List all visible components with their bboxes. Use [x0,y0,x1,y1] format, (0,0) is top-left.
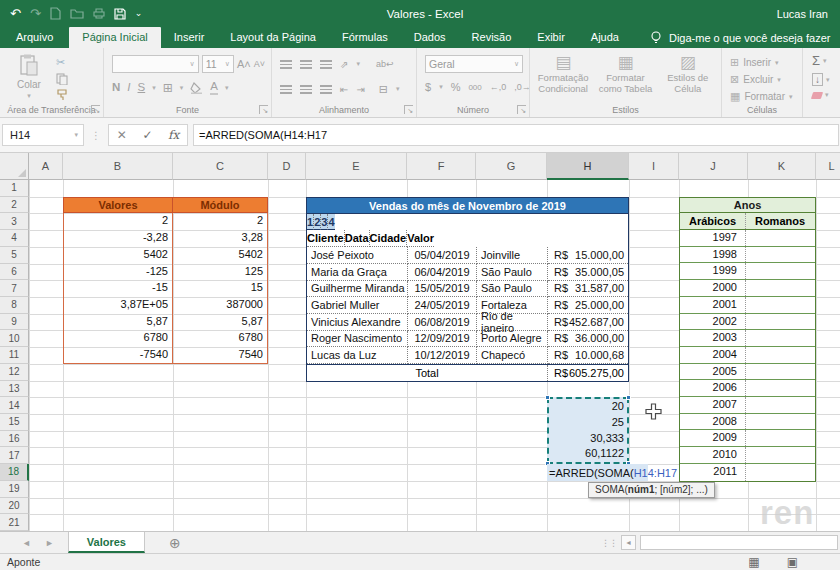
align-center-icon[interactable] [300,85,312,94]
modulo-cell[interactable]: 5402 [173,247,268,264]
insert-function-icon[interactable]: fx [168,128,179,142]
row-header-19[interactable]: 19 [0,481,29,498]
ano-romano-cell[interactable] [746,380,815,396]
modulo-cell[interactable]: 2 [173,213,268,230]
ribbon-tab[interactable]: Ajuda [578,27,632,48]
accounting-format-icon[interactable]: $ [425,81,431,93]
cliente-cell[interactable]: Gabriel Muller [307,297,408,314]
romanos-header-cell[interactable]: Romanos [746,213,814,229]
cidade-cell[interactable]: Porto Alegre [477,331,548,348]
valor-cell[interactable]: R$15.000,00 [548,247,628,264]
number-dialog-launcher-icon[interactable]: ↘ [517,105,526,114]
increase-indent-icon[interactable]: ⇥ [356,84,364,95]
row-header-2[interactable]: 2 [0,197,29,214]
cidade-cell[interactable]: Rio de janeiro [477,314,548,331]
row-header-17[interactable]: 17 [0,447,29,464]
redo-icon[interactable]: ↷ [30,7,41,20]
column-header-G[interactable]: G [476,153,547,180]
data-cell[interactable]: 06/08/2019 [408,314,477,331]
increase-decimal-icon[interactable]: ←,0 [490,82,507,92]
ano-arabico-cell[interactable]: 2010 [680,447,746,463]
vendas-number-cell[interactable]: 3 [321,214,328,231]
ribbon-tab[interactable]: Layout da Página [217,27,329,48]
cliente-cell[interactable]: Maria da Graça [307,264,408,281]
cidade-cell[interactable]: Chapecó [477,347,548,364]
data-cell[interactable]: 15/05/2019 [408,281,477,298]
formula-input[interactable]: =ARRED(SOMA(H14:H17 [193,124,839,146]
column-header-F[interactable]: F [407,153,476,180]
bold-button[interactable]: N [112,82,120,94]
arabicos-header-cell[interactable]: Arábicos [680,213,746,229]
vendas-title-cell[interactable]: Vendas do mês de Novembro de 2019 [307,198,628,214]
scroll-left-icon[interactable]: ◄ [621,535,636,550]
valores-header-cell[interactable]: Valores [63,197,173,214]
valores-cell[interactable]: -7540 [63,347,173,364]
modulo-header-cell[interactable]: Módulo [173,197,268,214]
modulo-cell[interactable]: 5,87 [173,314,268,331]
name-box[interactable]: H14 ▾ [2,124,84,146]
name-box-dropdown-icon[interactable]: ▾ [74,131,83,139]
selected-range-h14-h17[interactable]: 202530,33360,1122 [547,397,629,464]
align-left-icon[interactable] [280,85,292,94]
modulo-cell[interactable]: 125 [173,264,268,281]
column-header-I[interactable]: I [629,153,679,180]
valores-cell[interactable]: 2 [63,213,173,230]
cidade-cell[interactable]: Joinville [477,247,548,264]
data-cell[interactable]: 12/09/2019 [408,331,477,348]
selection-handle-icon[interactable] [626,395,631,400]
font-name-select[interactable]: ∨ [112,55,199,73]
row-header-10[interactable]: 10 [0,330,29,347]
total-label-cell[interactable]: Total [307,365,548,381]
formula-editing-cell-h18[interactable]: =ARRED(SOMA(H14:H17 [547,464,648,481]
delete-cells-button[interactable]: ⊠ Excluir▾ [730,71,802,88]
column-header-L[interactable]: L [816,153,840,180]
normal-view-icon[interactable]: ▦ [748,555,759,569]
cliente-cell[interactable]: José Peixoto [307,247,408,264]
valor-cell[interactable]: R$35.000,05 [548,264,628,281]
borders-dropdown-icon[interactable]: ▾ [180,84,184,92]
valor-cell[interactable]: R$36.000,00 [548,331,628,348]
row-header-1[interactable]: 1 [0,180,29,197]
total-valor-cell[interactable]: R$605.275,00 [548,365,628,381]
ribbon-tab[interactable]: Exibir [524,27,578,48]
selected-cell-value[interactable]: 30,333 [549,431,627,447]
ano-romano-cell[interactable] [746,230,815,246]
row-header-11[interactable]: 11 [0,347,29,364]
ano-romano-cell[interactable] [746,430,815,446]
ano-romano-cell[interactable] [746,447,815,463]
row-header-4[interactable]: 4 [0,230,29,247]
valor-cell[interactable]: R$452.687,00 [548,314,628,331]
vendas-number-cell[interactable]: 1 [307,214,314,231]
row-header-9[interactable]: 9 [0,314,29,331]
align-bottom-icon[interactable] [320,60,332,69]
selected-cell-value[interactable]: 60,1122 [549,446,627,462]
print-icon[interactable] [93,8,105,19]
column-header-K[interactable]: K [748,153,816,180]
row-header-14[interactable]: 14 [0,397,29,414]
anos-title-cell[interactable]: Anos [680,198,815,214]
ribbon-tab[interactable]: Fórmulas [329,27,401,48]
prev-sheet-icon[interactable]: ◄ [22,538,31,548]
ribbon-tab[interactable]: Inserir [161,27,218,48]
align-middle-icon[interactable] [300,60,312,69]
cut-icon[interactable]: ✂ [56,56,68,69]
cliente-cell[interactable]: Lucas da Luz [307,347,408,364]
ano-arabico-cell[interactable]: 2009 [680,430,746,446]
ano-arabico-cell[interactable]: 2007 [680,397,746,413]
orientation-icon[interactable]: ⇗ [340,59,348,70]
shrink-font-button[interactable]: A˅ [254,60,265,69]
next-sheet-icon[interactable]: ► [45,538,54,548]
modulo-cell[interactable]: 15 [173,280,268,297]
cliente-cell[interactable]: Vinicius Alexandre [307,314,408,331]
horizontal-scrollbar[interactable] [640,535,838,550]
cliente-cell[interactable]: Guilherme Miranda [307,281,408,298]
fill-color-icon[interactable] [190,82,203,94]
row-header-21[interactable]: 21 [0,514,29,531]
font-dialog-launcher-icon[interactable]: ↘ [259,105,268,114]
ano-romano-cell[interactable] [746,247,815,263]
ano-arabico-cell[interactable]: 1999 [680,263,746,279]
ano-romano-cell[interactable] [746,330,815,346]
modulo-cell[interactable]: 7540 [173,347,268,364]
row-header-6[interactable]: 6 [0,264,29,281]
ribbon-tab[interactable]: Dados [401,27,459,48]
